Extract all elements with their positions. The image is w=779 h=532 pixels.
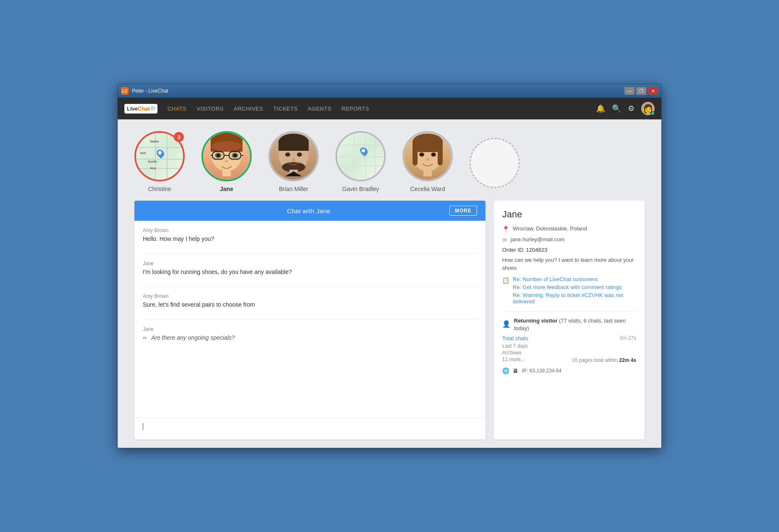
cecelia-face xyxy=(404,133,451,180)
message-3: Amy Brown Sure, let's find several pairs… xyxy=(143,293,477,309)
sidebar-email: jane.hurley@mail.com xyxy=(511,236,565,243)
agent-gavin[interactable]: Gavin Bradley xyxy=(335,131,386,192)
msg-sender-1: Amy Brown xyxy=(143,227,477,233)
settings-icon[interactable]: ⚙ xyxy=(628,104,635,113)
nav-reports[interactable]: REPORTS xyxy=(341,104,369,114)
agent-christine[interactable]: Dallas XAS Austin Hou 3 Christine xyxy=(134,131,185,192)
email-icon: ✉ xyxy=(502,237,507,243)
notifications-icon[interactable]: 🔔 xyxy=(596,104,605,113)
tickets-icon: 📋 xyxy=(502,277,509,284)
agent-gavin-avatar-wrap xyxy=(335,131,386,181)
msg-separator-1 xyxy=(143,253,477,254)
location-icon: 📍 xyxy=(502,226,509,232)
msg-sender-2: Jane xyxy=(143,261,477,266)
agent-jane[interactable]: Jane xyxy=(201,131,252,192)
logo-chat: Chat xyxy=(138,106,150,112)
brian-face xyxy=(270,133,317,180)
window-controls: — ❐ ✕ xyxy=(624,87,658,95)
sidebar-location-row: 📍 Wroclaw, Dolnoslaskie, Poland xyxy=(502,225,636,232)
sidebar-tickets-list: Re: Number of LiveChat customers Re: Get… xyxy=(513,276,636,306)
sidebar-order-note: How can we help you? I want to learn mor… xyxy=(502,256,636,271)
agent-brian-circle xyxy=(268,131,319,181)
svg-point-11 xyxy=(217,154,220,157)
more-label: 11 more... xyxy=(502,356,525,362)
ip-label: IP: 63.139.234.64 xyxy=(522,368,562,374)
agent-jane-avatar-wrap xyxy=(201,131,252,181)
pencil-icon: ✏ xyxy=(143,335,147,341)
nav-agents[interactable]: AGENTS xyxy=(308,104,331,114)
msg-separator-2 xyxy=(143,286,477,287)
maximize-button[interactable]: ❐ xyxy=(636,87,646,95)
christine-badge: 3 xyxy=(174,132,184,142)
msg-sender-4: Jane xyxy=(143,326,477,332)
title-bar: LC Peter - LiveChat — ❐ ✕ xyxy=(118,84,661,98)
svg-point-19 xyxy=(285,152,290,157)
pages-time: 22m 4s xyxy=(619,357,636,363)
msg-sender-3: Amy Brown xyxy=(143,293,477,299)
visitor-type-label: Returning visitor xyxy=(514,318,557,324)
sidebar-visitor-row: 👤 Returning visitor (77 visits, 6 chats,… xyxy=(502,317,636,332)
svg-point-32 xyxy=(426,158,429,161)
message-1: Amy Brown Hello. How may I help you? xyxy=(143,227,477,243)
total-chats-label[interactable]: Total chats xyxy=(502,335,528,341)
agent-brian-avatar-wrap xyxy=(268,131,319,181)
online-status-indicator xyxy=(651,111,655,115)
visitor-type: Returning visitor (77 visits, 6 chats, l… xyxy=(514,318,626,331)
nav-actions: 🔔 🔍 ⚙ 👩 xyxy=(596,102,655,115)
msg-italic-4: Are there any ongoing specials? xyxy=(151,334,235,341)
close-button[interactable]: ✕ xyxy=(648,87,658,95)
sidebar: Jane 📍 Wroclaw, Dolnoslaskie, Poland ✉ j… xyxy=(494,201,645,439)
message-2: Jane I'm looking for running shoes, do y… xyxy=(143,261,477,276)
bottom-area: Chat with Jane MORE Amy Brown Hello. How… xyxy=(118,201,661,448)
agent-gavin-name: Gavin Bradley xyxy=(342,186,379,192)
nav-chats[interactable]: CHATS xyxy=(168,104,187,114)
svg-point-30 xyxy=(420,153,423,156)
agents-row: Dallas XAS Austin Hou 3 Christine xyxy=(118,119,661,201)
gavin-map xyxy=(337,133,384,180)
total-chats-time: 5m 27s xyxy=(620,335,636,341)
svg-rect-17 xyxy=(279,140,309,151)
sidebar-ticket-1[interactable]: Re: Number of LiveChat customers xyxy=(513,276,636,282)
more-button[interactable]: MORE xyxy=(449,206,477,216)
sidebar-browser-row: 🌐 🖥 IP: 63.139.234.64 xyxy=(502,367,636,374)
sidebar-ticket-2[interactable]: Re: Get more feedback with comment ratin… xyxy=(513,284,636,290)
message-4: Jane ✏ Are there any ongoing specials? xyxy=(143,326,477,342)
window-title: Peter - LiveChat xyxy=(132,88,624,94)
svg-point-31 xyxy=(432,153,435,156)
main-window: LC Peter - LiveChat — ❐ ✕ LiveChat 💬 CHA… xyxy=(117,84,662,448)
search-icon[interactable]: 🔍 xyxy=(612,104,621,113)
svg-rect-14 xyxy=(222,170,231,176)
pages-count: 16 pages total within xyxy=(572,357,618,363)
pages-info: 16 pages total within 22m 4s xyxy=(572,357,636,363)
logo[interactable]: LiveChat 💬 xyxy=(124,104,157,114)
svg-point-13 xyxy=(225,160,228,163)
agent-empty-avatar-wrap xyxy=(469,138,520,188)
nav-visitors[interactable]: VISITORS xyxy=(197,104,224,114)
nav-tickets[interactable]: TICKETS xyxy=(273,104,297,114)
agent-cecelia-name: Cecelia Ward xyxy=(410,186,445,192)
agent-christine-name: Christine xyxy=(148,186,171,192)
agent-christine-avatar-wrap: Dallas XAS Austin Hou 3 xyxy=(134,131,185,181)
windows-icon: 🖥 xyxy=(513,367,518,374)
nav-archives[interactable]: ARCHIVES xyxy=(234,104,263,114)
chat-messages: Amy Brown Hello. How may I help you? Jan… xyxy=(134,221,485,418)
svg-point-3 xyxy=(212,141,242,151)
agent-brian-name: Brian Miller xyxy=(279,186,308,192)
sidebar-more-row: 11 more... 16 pages total within 22m 4s xyxy=(502,356,636,364)
navbar: LiveChat 💬 CHATS VISITORS ARCHIVES TICKE… xyxy=(118,98,661,119)
sidebar-divider-1 xyxy=(502,311,636,312)
agent-brian[interactable]: Brian Miller xyxy=(268,131,319,192)
agent-empty[interactable] xyxy=(469,138,520,192)
last7days-label: Last 7 days xyxy=(502,343,636,349)
logo-live: Live xyxy=(127,106,138,112)
sidebar-ticket-3[interactable]: Re: Warning: Reply to ticket #CZVHK was … xyxy=(513,292,636,305)
agent-cecelia[interactable]: Cecelia Ward xyxy=(402,131,453,192)
minimize-button[interactable]: — xyxy=(624,87,635,95)
chat-panel: Chat with Jane MORE Amy Brown Hello. How… xyxy=(134,201,485,439)
svg-point-20 xyxy=(297,152,302,157)
sidebar-visitor-info: Returning visitor (77 visits, 6 chats, l… xyxy=(514,317,636,332)
agent-cecelia-avatar-wrap xyxy=(402,131,453,181)
nav-items: CHATS VISITORS ARCHIVES TICKETS AGENTS R… xyxy=(168,104,596,114)
archives-label: Archives xyxy=(502,350,636,356)
logo-box: LiveChat 💬 xyxy=(124,104,157,114)
